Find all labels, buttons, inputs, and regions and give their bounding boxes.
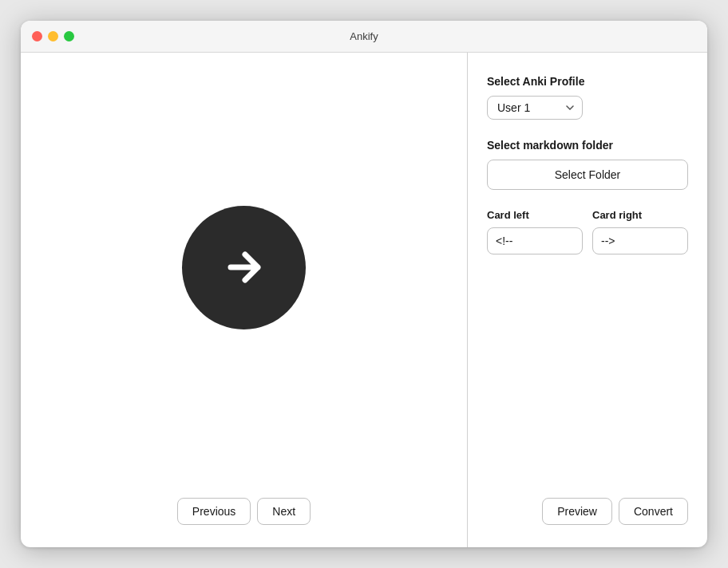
- close-button[interactable]: [32, 31, 42, 41]
- convert-button[interactable]: Convert: [619, 498, 688, 525]
- arrow-circle: [182, 206, 306, 329]
- card-left-input[interactable]: [487, 227, 583, 254]
- profile-section: Select Anki Profile User 1 User 2: [487, 75, 688, 120]
- left-panel-body: [21, 53, 467, 482]
- card-inputs-section: Card left Card right: [487, 209, 688, 254]
- card-right-input[interactable]: [592, 227, 688, 254]
- left-panel-footer: Previous Next: [21, 482, 467, 547]
- preview-button[interactable]: Preview: [542, 498, 612, 525]
- left-panel: Previous Next: [21, 53, 468, 547]
- right-panel-body: Select Anki Profile User 1 User 2 Select…: [487, 75, 688, 482]
- next-button[interactable]: Next: [257, 498, 311, 525]
- card-inputs-row: Card left Card right: [487, 209, 688, 254]
- right-panel: Select Anki Profile User 1 User 2 Select…: [468, 53, 707, 547]
- minimize-button[interactable]: [48, 31, 58, 41]
- profile-select[interactable]: User 1 User 2: [487, 96, 583, 120]
- app-window: Ankify Previous Next: [21, 21, 707, 547]
- maximize-button[interactable]: [64, 31, 74, 41]
- window-title: Ankify: [350, 30, 378, 42]
- titlebar-buttons: [32, 31, 74, 41]
- arrow-right-icon: [216, 239, 272, 295]
- folder-section: Select markdown folder Select Folder: [487, 139, 688, 190]
- folder-label: Select markdown folder: [487, 139, 688, 152]
- card-right-label: Card right: [592, 209, 688, 221]
- select-folder-button[interactable]: Select Folder: [487, 160, 688, 190]
- titlebar: Ankify: [21, 21, 707, 53]
- profile-label: Select Anki Profile: [487, 75, 688, 88]
- previous-button[interactable]: Previous: [177, 498, 251, 525]
- card-left-label: Card left: [487, 209, 583, 221]
- right-panel-footer: Preview Convert: [487, 482, 688, 547]
- card-right-group: Card right: [592, 209, 688, 254]
- card-left-group: Card left: [487, 209, 583, 254]
- main-content: Previous Next Select Anki Profile User 1…: [21, 53, 707, 547]
